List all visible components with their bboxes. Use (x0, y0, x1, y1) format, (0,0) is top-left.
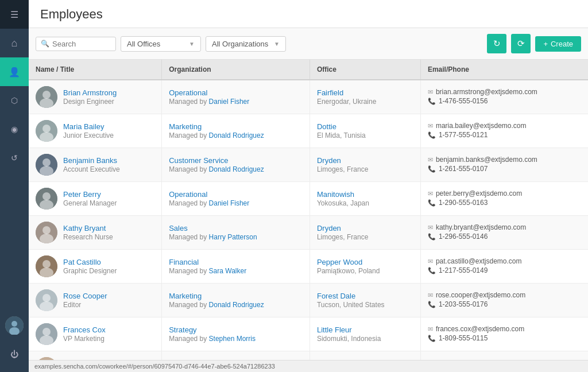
employees-icon: 👤 (9, 67, 20, 78)
org-name[interactable]: Customer Service (169, 156, 303, 165)
phone-number: 1-203-555-0176 (439, 300, 488, 308)
name-cell: Kathy Bryant Research Nurse (36, 222, 154, 243)
email-address: rose.cooper@extjsdemo.com (436, 291, 525, 299)
employee-name[interactable]: Pat Castillo (63, 258, 117, 266)
avatar (36, 86, 57, 108)
organizations-dropdown[interactable]: All Organizations ▼ (206, 36, 286, 52)
org-manager: Managed by Sara Walker (169, 267, 246, 275)
manager-link[interactable]: Donald Rodriguez (209, 301, 264, 309)
employees-table: Name / Title Organization Office Email/P… (29, 60, 588, 360)
manager-link[interactable]: Daniel Fisher (209, 199, 250, 207)
employee-name[interactable]: Kathy Bryant (63, 224, 113, 232)
svg-point-4 (42, 91, 51, 99)
office-name[interactable]: Fairfield (317, 88, 413, 97)
manager-link[interactable]: Donald Rodriguez (209, 131, 264, 140)
phone-number: 1-217-555-0149 (439, 266, 488, 274)
sidebar-item-home[interactable]: ⌂ (0, 29, 29, 57)
office-location: Yokosuka, Japan (317, 199, 369, 207)
power-icon: ⏻ (10, 350, 18, 359)
phone-row: 📞 1-476-555-0156 (428, 97, 581, 105)
phone-number: 1-809-555-0115 (439, 334, 488, 342)
employee-name[interactable]: Brian Armstrong (63, 88, 117, 97)
history-icon: ↺ (11, 153, 18, 162)
search-input[interactable] (52, 40, 111, 48)
name-cell: Brian Armstrong Design Engineer (36, 86, 154, 108)
office-name[interactable]: Dryden (317, 156, 413, 165)
phone-icon: 📞 (428, 131, 436, 139)
table-row: Amy Davis Research Nurse Services Manage… (29, 351, 588, 361)
offices-arrow-icon: ▼ (189, 41, 195, 47)
employee-name[interactable]: Frances Cox (63, 326, 106, 334)
phone-row: 📞 1-203-555-0176 (428, 300, 581, 308)
globe-icon: ◉ (11, 125, 18, 134)
home-icon: ⌂ (11, 37, 18, 49)
search-icon: 🔍 (41, 40, 49, 48)
org-manager: Managed by Stephen Morris (169, 335, 256, 343)
org-name[interactable]: Operational (169, 190, 303, 199)
office-name[interactable]: Pepper Wood (317, 258, 413, 266)
sidebar: ☰ ⌂ 👤 ⬡ ◉ ↺ ⏻ (0, 0, 29, 372)
manager-link[interactable]: Sara Walker (209, 267, 247, 275)
employee-title: Editor (63, 301, 81, 309)
manager-link[interactable]: Harry Patterson (209, 233, 257, 241)
avatar (36, 222, 57, 243)
search-box[interactable]: 🔍 (36, 37, 116, 51)
phone-icon: 📞 (428, 199, 436, 207)
email-row: ✉ frances.cox@extjsdemo.com (428, 325, 581, 333)
office-name[interactable]: Dryden (317, 224, 413, 232)
phone-row: 📞 1-261-555-0107 (428, 165, 581, 173)
org-name[interactable]: Operational (169, 88, 303, 97)
manager-link[interactable]: Donald Rodriguez (209, 165, 264, 173)
employee-name[interactable]: Peter Berry (63, 190, 117, 199)
org-name[interactable]: Financial (169, 258, 303, 266)
refresh-outline-button[interactable]: ↻ (487, 34, 506, 53)
org-name[interactable]: Marketing (169, 292, 303, 300)
phone-row: 📞 1-577-555-0121 (428, 131, 581, 139)
org-name[interactable]: Strategy (169, 326, 303, 334)
avatar (36, 188, 57, 210)
org-name[interactable]: Sales (169, 224, 303, 232)
phone-number: 1-290-555-0163 (439, 199, 488, 207)
sidebar-item-globe[interactable]: ◉ (0, 115, 29, 144)
table-row: Kathy Bryant Research Nurse Sales Manage… (29, 216, 588, 250)
organizations-label: All Organizations (212, 40, 268, 48)
office-name[interactable]: Manitowish (317, 190, 413, 199)
email-row: ✉ peter.berry@extjsdemo.com (428, 189, 581, 197)
employee-name[interactable]: Maria Bailey (63, 122, 114, 131)
office-name[interactable]: Little Fleur (317, 326, 413, 334)
svg-point-1 (11, 321, 17, 327)
offices-dropdown[interactable]: All Offices ▼ (121, 36, 201, 52)
sidebar-item-employees[interactable]: 👤 (0, 57, 29, 86)
phone-icon: 📞 (428, 98, 436, 105)
user-avatar[interactable] (5, 316, 24, 335)
create-button[interactable]: + Create (535, 36, 581, 52)
sidebar-item-power[interactable]: ⏻ (0, 340, 29, 369)
phone-icon: 📞 (428, 267, 436, 274)
status-url: examples.sencha.com/coworkee/#/person/60… (34, 363, 275, 370)
manager-link[interactable]: Stephen Morris (209, 335, 256, 343)
table-row: Frances Cox VP Marketing Strategy Manage… (29, 317, 588, 351)
svg-point-10 (42, 158, 51, 166)
employee-title: Account Executive (63, 165, 120, 173)
name-cell: Pat Castillo Graphic Designer (36, 255, 154, 277)
table-row: Benjamin Banks Account Executive Custome… (29, 148, 588, 182)
toolbar: 🔍 All Offices ▼ All Organizations ▼ ↻ ⟳ … (29, 28, 588, 60)
table-row: Pat Castillo Graphic Designer Financial … (29, 250, 588, 284)
org-manager: Managed by Harry Patterson (169, 233, 257, 241)
sidebar-item-history[interactable]: ↺ (0, 144, 29, 172)
phone-icon: 📞 (428, 233, 436, 241)
email-row: ✉ kathy.bryant@extjsdemo.com (428, 223, 581, 231)
table-row: Brian Armstrong Design Engineer Operatio… (29, 80, 588, 114)
office-name[interactable]: Dottie (317, 122, 413, 131)
office-location: Limoges, France (317, 233, 368, 241)
office-name[interactable]: Forest Dale (317, 292, 413, 300)
menu-button[interactable]: ☰ (0, 0, 29, 29)
employee-name[interactable]: Rose Cooper (63, 292, 107, 300)
manager-link[interactable]: Daniel Fisher (209, 98, 250, 106)
email-address: pat.castillo@extjsdemo.com (436, 257, 522, 265)
refresh-button[interactable]: ⟳ (511, 34, 531, 53)
sidebar-item-org[interactable]: ⬡ (0, 86, 29, 115)
employee-name[interactable]: Benjamin Banks (63, 156, 120, 165)
refresh-icon: ⟳ (517, 38, 525, 49)
org-name[interactable]: Marketing (169, 122, 303, 131)
